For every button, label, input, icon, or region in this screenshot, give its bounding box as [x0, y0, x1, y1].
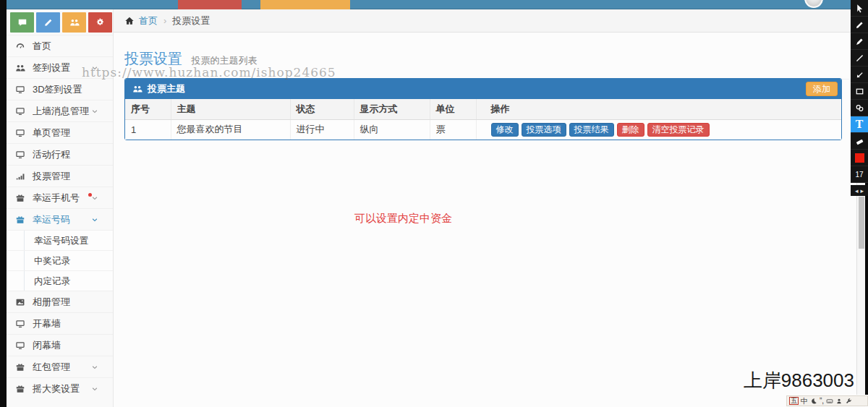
cursor-tool[interactable]: [851, 0, 868, 17]
rectangle-tool[interactable]: [851, 83, 868, 100]
dashboard-icon: [15, 41, 25, 51]
user-icon[interactable]: [835, 398, 843, 405]
action-button[interactable]: 清空投票记录: [647, 123, 710, 137]
home-icon: [124, 16, 135, 26]
cogs-icon: [95, 17, 106, 27]
sidebar-item[interactable]: 3D签到设置: [7, 78, 113, 100]
users-button[interactable]: [62, 12, 86, 33]
settings-button[interactable]: [88, 12, 112, 33]
desktop-icon: [15, 106, 25, 116]
sidebar-subitem[interactable]: 内定记录: [7, 270, 113, 291]
sidebar-item[interactable]: 幸运手机号: [7, 187, 113, 208]
desktop-icon: [15, 319, 25, 329]
column-header: 序号: [125, 99, 171, 119]
sidebar-item[interactable]: 摇大奖设置: [7, 377, 113, 399]
watermark-text: https://www.huzhan.com/ishop24665: [82, 65, 336, 80]
desktop-icon: [15, 340, 25, 351]
column-header: 操作: [476, 99, 841, 119]
cell-no: 1: [125, 119, 171, 140]
undo-icon[interactable]: ◂: [855, 187, 859, 194]
marker-tool[interactable]: [851, 33, 868, 50]
sidebar-item-label: 签到设置: [33, 61, 70, 74]
sidebar-item-label: 相册管理: [33, 296, 70, 309]
comment-icon: [17, 17, 27, 27]
cell-status: 进行中: [290, 119, 354, 140]
sidebar-item[interactable]: 活动行程: [7, 143, 113, 165]
chevron-down-icon: [91, 216, 98, 223]
action-button[interactable]: 修改: [491, 123, 519, 137]
image-icon: [15, 297, 25, 307]
sidebar-item[interactable]: 投票管理: [7, 165, 113, 187]
cell-display: 纵向: [354, 119, 430, 140]
sidebar-item-label: 首页: [33, 40, 51, 53]
sidebar-subitem[interactable]: 幸运号码设置: [7, 230, 113, 250]
navbar-tab-orange[interactable]: [260, 0, 350, 9]
page-title: 投票设置: [124, 51, 182, 67]
eraser-tool[interactable]: [851, 133, 868, 150]
wrench-icon[interactable]: [845, 398, 852, 405]
sidebar-item[interactable]: 相册管理: [7, 291, 113, 312]
keyboard-icon[interactable]: [826, 398, 833, 405]
ime-toolbar: 五中”,: [786, 395, 868, 406]
breadcrumb-home-link[interactable]: 首页: [139, 14, 158, 27]
vote-topics-table: 序号 主题 状态 显示方式 单位 操作 1 您最喜欢的节目 进行中 纵向 票 修…: [125, 99, 841, 140]
desktop-icon: [15, 85, 25, 95]
sidebar-item[interactable]: 闭幕墙: [7, 334, 113, 356]
column-header: 显示方式: [354, 99, 430, 119]
chinese-mode[interactable]: 中: [801, 398, 808, 405]
wubi-indicator[interactable]: 五: [789, 397, 799, 405]
chevron-down-icon: [91, 385, 98, 393]
sidebar-item-label: 幸运手机号: [33, 192, 80, 205]
add-button[interactable]: 添加: [806, 82, 838, 96]
edit-button[interactable]: [36, 12, 60, 33]
sidebar-subitem[interactable]: 中奖记录: [7, 250, 113, 270]
comments-button[interactable]: [10, 12, 34, 33]
top-navbar: [7, 0, 865, 9]
steps-tool[interactable]: [851, 100, 868, 116]
sidebar-submenu: 幸运号码设置中奖记录内定记录: [7, 230, 113, 291]
pencil-icon: [43, 17, 54, 27]
sidebar-item[interactable]: 首页: [7, 35, 113, 56]
breadcrumb: 首页 › 投票设置: [114, 9, 865, 33]
arrow-tool[interactable]: [851, 67, 868, 83]
size-indicator[interactable]: 17: [851, 166, 868, 183]
sidebar-item-label: 投票管理: [33, 170, 70, 183]
redo-icon[interactable]: ▸: [861, 187, 864, 194]
punctuation-mode[interactable]: ”,: [820, 398, 824, 405]
vote-topics-panel: 投票主题 添加 序号 主题 状态 显示方式 单位 操作 1: [124, 78, 842, 140]
chevron-down-icon: [91, 194, 98, 202]
users-icon: [132, 84, 142, 94]
action-button[interactable]: 投票选项: [522, 123, 566, 137]
navbar-tab-red[interactable]: [178, 0, 242, 9]
sidebar-item-label: 闭幕墙: [33, 339, 61, 352]
sidebar-item[interactable]: 幸运号码: [7, 208, 113, 230]
table-row: 1 您最喜欢的节目 进行中 纵向 票 修改投票选项投票结果删除清空投票记录: [125, 119, 841, 140]
sidebar-item-label: 3D签到设置: [33, 83, 82, 96]
page-scrollbar[interactable]: [856, 183, 865, 395]
sidebar-item[interactable]: 单页管理: [7, 121, 113, 143]
user-avatar[interactable]: [804, 0, 823, 8]
scrollbar-thumb[interactable]: [859, 197, 864, 249]
action-button[interactable]: 投票结果: [569, 123, 614, 137]
users-icon: [15, 63, 25, 73]
sidebar-item-label: 单页管理: [33, 127, 70, 140]
chart-icon: [15, 171, 25, 181]
sidebar-item[interactable]: 红包管理: [7, 356, 113, 377]
gift-icon: [15, 362, 25, 372]
column-header: 单位: [430, 99, 476, 119]
page-subtitle: 投票的主题列表: [191, 55, 257, 66]
sidebar-item[interactable]: 上墙消息管理: [7, 100, 113, 121]
action-button[interactable]: 删除: [617, 123, 644, 137]
moon-icon[interactable]: [810, 398, 817, 405]
tool-cells: T17: [851, 0, 868, 183]
color-swatch[interactable]: [851, 150, 868, 166]
pencil-tool[interactable]: [851, 17, 868, 33]
sidebar-item[interactable]: 开幕墙: [7, 312, 113, 334]
gift-icon: [15, 215, 25, 225]
text-tool[interactable]: T: [851, 116, 868, 133]
line-tool[interactable]: [851, 50, 868, 67]
cell-topic: 您最喜欢的节目: [171, 119, 290, 140]
breadcrumb-separator: ›: [163, 15, 166, 26]
cell-actions: 修改投票选项投票结果删除清空投票记录: [476, 119, 841, 140]
undo-redo-group[interactable]: ◂ ▸: [851, 185, 868, 196]
